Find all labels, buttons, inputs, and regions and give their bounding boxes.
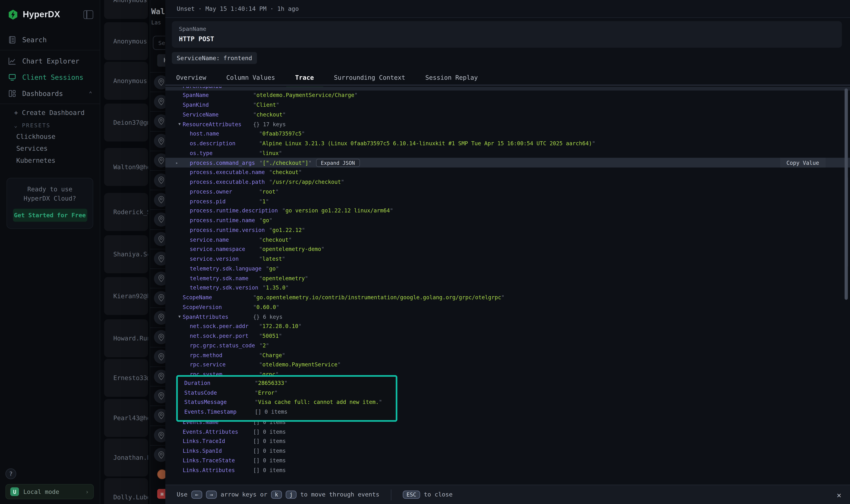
session-event-row[interactable] — [150, 131, 165, 150]
attr-row-process-runtime-name[interactable]: process.runtime.name"go" — [165, 216, 850, 225]
help-button[interactable]: ? — [5, 468, 16, 479]
attr-row-scopeversion[interactable]: ScopeVersion"0.60.0" — [165, 302, 850, 312]
attr-row-telemetry-sdk-version[interactable]: telemetry.sdk.version"1.35.0" — [165, 283, 850, 293]
session-event-row[interactable] — [150, 288, 165, 307]
session-event-row[interactable] — [150, 327, 165, 347]
attr-row-spanattributes[interactable]: ▼SpanAttributes{} 6 keys — [165, 312, 850, 321]
attr-row-process-runtime-version[interactable]: process.runtime.version"go1.22.12" — [165, 225, 850, 235]
sidebar-item-search[interactable]: Search — [0, 31, 100, 48]
attr-row-service-version[interactable]: service.version"latest" — [165, 254, 850, 264]
session-list-item[interactable]: Howard.Run — [104, 319, 148, 357]
attr-row-links-traceid[interactable]: Links.TraceId[] 0 items — [165, 436, 850, 446]
session-list-item[interactable]: Anonymous — [104, 22, 148, 60]
attr-row-os-description[interactable]: os.description"Alpine Linux 3.21.3 (Linu… — [165, 139, 850, 148]
attr-row-rpc-grpc-status-code[interactable]: rpc.grpc.status_code"2" — [165, 341, 850, 350]
preset-item-kubernetes[interactable]: Kubernetes — [0, 155, 100, 166]
attr-row-events-timestamp[interactable]: Events.Timestamp[] 0 items — [178, 407, 396, 417]
scrollbar-thumb[interactable] — [845, 88, 848, 300]
session-list-item[interactable]: Dolly.Lubo — [104, 478, 148, 504]
attr-row-statusmessage[interactable]: StatusMessage"Visa cache full: cannot ad… — [178, 397, 396, 407]
attr-row-process-executable-path[interactable]: process.executable.path"/usr/src/app/che… — [165, 177, 850, 187]
preset-item-services[interactable]: Services — [0, 143, 100, 155]
attr-row-links-spanid[interactable]: Links.SpanId[] 0 items — [165, 446, 850, 455]
session-event-row[interactable] — [150, 111, 165, 131]
trace-attributes-scrollarea[interactable]: ParentSpanId SpanName"oteldemo.PaymentSe… — [165, 87, 850, 484]
attr-row-telemetry-sdk-language[interactable]: telemetry.sdk.language"go" — [165, 264, 850, 273]
session-list-item[interactable]: Ernesto33@ — [104, 359, 148, 397]
attr-row-servicename[interactable]: ServiceName"checkout" — [165, 110, 850, 119]
session-list-item[interactable]: Jonathan.B — [104, 438, 148, 476]
session-event-row[interactable] — [150, 210, 165, 229]
session-event-row[interactable] — [150, 92, 165, 111]
scrollbar[interactable] — [845, 88, 848, 482]
session-event-row[interactable] — [150, 347, 165, 366]
attr-row-process-owner[interactable]: process.owner"root" — [165, 187, 850, 196]
attr-row-links-tracestate[interactable]: Links.TraceState[] 0 items — [165, 456, 850, 465]
local-mode-button[interactable]: U Local mode › — [5, 484, 94, 499]
collapse-caret-icon[interactable]: ▼ — [178, 314, 181, 319]
attr-row-events-attributes[interactable]: Events.Attributes[] 0 items — [165, 427, 850, 436]
preset-item-clickhouse[interactable]: Clickhouse — [0, 131, 100, 143]
sidebar-item-dashboards[interactable]: Dashboards⌃ — [0, 85, 100, 101]
filter-chip[interactable]: H — [157, 54, 165, 67]
session-event-row[interactable] — [150, 72, 165, 92]
session-event-row[interactable] — [150, 406, 165, 425]
session-event-row[interactable] — [150, 190, 165, 210]
session-list-item[interactable]: Pearl43@ho — [104, 399, 148, 437]
attr-row-resourceattributes[interactable]: ▼ResourceAttributes{} 17 keys — [165, 120, 850, 129]
session-event-row[interactable] — [150, 386, 165, 406]
session-event-row[interactable] — [150, 445, 165, 464]
session-event-row[interactable] — [150, 366, 165, 386]
attr-row-links-attributes[interactable]: Links.Attributes[] 0 items — [165, 465, 850, 475]
session-event-row[interactable] — [150, 425, 165, 445]
presets-group[interactable]: ⌄PRESETS — [0, 119, 100, 131]
attr-row-process-executable-name[interactable]: process.executable.name"checkout" — [165, 167, 850, 177]
collapse-caret-icon[interactable]: ▼ — [178, 122, 181, 126]
sidebar-item-chart-explorer[interactable]: Chart Explorer — [0, 53, 100, 69]
session-event-row[interactable] — [150, 249, 165, 268]
session-event-row[interactable] — [150, 308, 165, 327]
attr-row-telemetry-sdk-name[interactable]: telemetry.sdk.name"opentelemetry" — [165, 273, 850, 283]
collapse-sidebar-icon[interactable] — [84, 10, 93, 19]
session-event-row[interactable] — [150, 268, 165, 288]
attr-row-process-command-args[interactable]: ▸process.command_args"["./checkout"]"Exp… — [165, 158, 850, 167]
attr-row-process-runtime-description[interactable]: process.runtime.description"go version g… — [165, 206, 850, 216]
clipped-attr-row[interactable]: ParentSpanId — [165, 87, 850, 91]
attr-row-spankind[interactable]: SpanKind"Client" — [165, 100, 850, 110]
tab-trace[interactable]: Trace — [295, 70, 314, 85]
attr-row-service-namespace[interactable]: service.namespace"opentelemetry-demo" — [165, 245, 850, 254]
attr-row-os-type[interactable]: os.type"linux" — [165, 148, 850, 158]
session-list-item[interactable]: Walton9@ho — [104, 148, 148, 186]
sidebar-item-client-sessions[interactable]: Client Sessions — [0, 69, 100, 85]
attr-row-host-name[interactable]: host.name"0faab73597c5" — [165, 129, 850, 139]
tab-session-replay[interactable]: Session Replay — [426, 70, 478, 85]
session-list-item[interactable]: Shaniya.Sc — [104, 235, 148, 273]
tab-column-values[interactable]: Column Values — [226, 70, 275, 85]
session-list-item[interactable]: Roderick_S — [104, 193, 148, 231]
attr-row-process-pid[interactable]: process.pid"1" — [165, 196, 850, 206]
attr-row-scopename[interactable]: ScopeName"go.opentelemetry.io/contrib/in… — [165, 293, 850, 302]
service-name-chip[interactable]: ServiceName: frontend — [172, 52, 257, 64]
close-icon[interactable]: ✕ — [837, 490, 841, 499]
attr-row-rpc-method[interactable]: rpc.method"Charge" — [165, 350, 850, 360]
attr-row-net-sock-peer-port[interactable]: net.sock.peer.port"50051" — [165, 331, 850, 341]
session-list-item[interactable]: Anonymous — [104, 62, 148, 100]
tab-surrounding-context[interactable]: Surrounding Context — [334, 70, 405, 85]
session-event-row[interactable] — [150, 151, 165, 170]
session-event-row[interactable] — [150, 229, 165, 249]
session-event-row[interactable] — [150, 170, 165, 190]
session-list-item[interactable]: Anonymous — [104, 0, 148, 19]
get-started-button[interactable]: Get Started for Free — [13, 209, 87, 222]
search-input[interactable]: Sea — [153, 36, 165, 50]
attr-row-statuscode[interactable]: StatusCode"Error" — [178, 388, 396, 397]
session-list-item[interactable]: Deion37@gm — [104, 104, 148, 142]
session-list-item[interactable]: Kieran92@h — [104, 277, 148, 315]
copy-value-button[interactable]: Copy Value — [780, 158, 826, 167]
attr-row-duration[interactable]: Duration"28656333" — [178, 378, 396, 388]
expand-json-button[interactable]: Expand JSON — [316, 159, 360, 167]
create-dashboard-button[interactable]: + Create Dashboard — [0, 106, 100, 119]
tab-overview[interactable]: Overview — [176, 70, 206, 85]
attr-row-spanname[interactable]: SpanName"oteldemo.PaymentService/Charge" — [165, 91, 850, 100]
attr-row-service-name[interactable]: service.name"checkout" — [165, 235, 850, 245]
attr-row-net-sock-peer-addr[interactable]: net.sock.peer.addr"172.28.0.10" — [165, 321, 850, 331]
